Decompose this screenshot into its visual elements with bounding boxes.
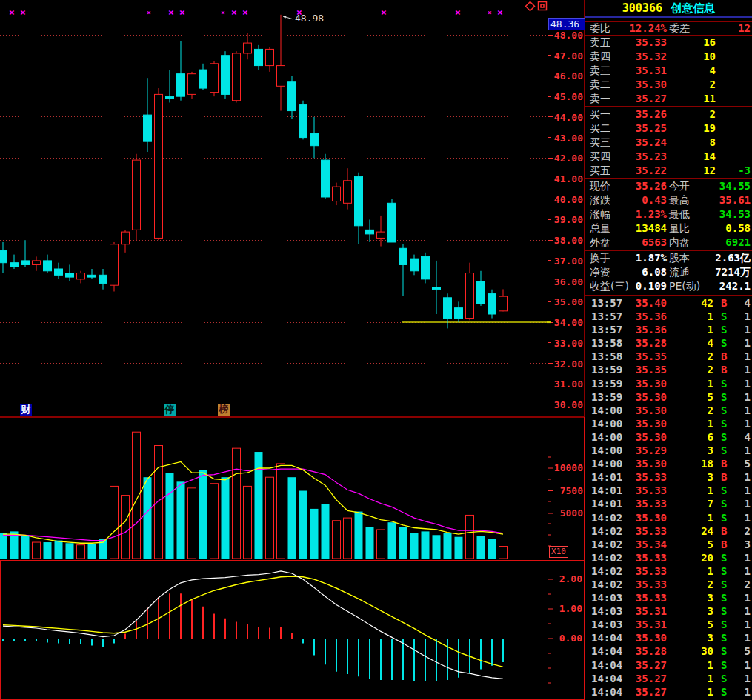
- tick-price: 35.40: [613, 296, 667, 310]
- ask-row[interactable]: 卖二35.302: [585, 78, 752, 92]
- tick-row: 14:0135.331S1: [585, 484, 752, 497]
- tick-price: 35.33: [613, 470, 667, 484]
- ask-row[interactable]: 卖四35.3210: [585, 50, 752, 64]
- order-price: 35.26: [613, 107, 667, 121]
- tick-price: 35.28: [613, 644, 667, 658]
- quote-row: 现价35.26今开34.55: [585, 179, 752, 193]
- main-candlestick-pane[interactable]: [0, 0, 547, 416]
- tick-price: 35.27: [613, 685, 667, 699]
- order-qty: 12: [665, 164, 716, 178]
- ask-row[interactable]: 卖五35.3316: [585, 36, 752, 50]
- fund-value: 242.1: [693, 279, 751, 293]
- tick-count: 4: [725, 296, 751, 310]
- quote-label: 最高: [669, 193, 690, 207]
- tick-count: 1: [725, 470, 751, 484]
- tick-count: 1: [725, 404, 751, 417]
- tick-price: 35.30: [613, 457, 667, 470]
- tick-row: 14:0035.293S1: [585, 444, 752, 457]
- macd-indicator-pane[interactable]: [0, 560, 547, 699]
- order-level-label: 卖二: [590, 78, 610, 92]
- bid-row[interactable]: 买四35.2314: [585, 150, 752, 164]
- weibi-row: 委比 12.24% 委差 12: [585, 22, 752, 35]
- peak-price-annotation: 48.98: [295, 13, 324, 24]
- tick-qty: 5: [665, 618, 713, 631]
- weicha-value: 12: [693, 22, 751, 35]
- tick-row: 13:5735.4042B4: [585, 296, 752, 310]
- quote-label: 涨跌: [590, 193, 610, 207]
- volume-pane[interactable]: [0, 417, 547, 559]
- quote-label: 量比: [669, 221, 690, 236]
- quote-label: 现价: [590, 179, 610, 193]
- tick-count: 2: [725, 578, 751, 591]
- tick-qty: 3: [665, 591, 713, 604]
- tick-count: 1: [725, 672, 751, 685]
- order-price: 35.27: [613, 92, 667, 106]
- tick-row: 14:0335.313S1: [585, 604, 752, 618]
- order-price: 35.23: [613, 150, 667, 164]
- tick-price: 35.30: [613, 390, 667, 404]
- tick-count: 1: [725, 363, 751, 376]
- tick-price: 35.30: [613, 631, 667, 644]
- quote-row: 涨幅1.23%最低34.53: [585, 207, 752, 221]
- stock-title: 300366 创意信息: [585, 0, 752, 16]
- fund-value: 2.63亿: [693, 251, 751, 265]
- tick-count: 1: [725, 631, 751, 644]
- tick-price: 35.30: [613, 404, 667, 417]
- tick-count: 1: [725, 511, 751, 524]
- tick-price: 35.31: [613, 618, 667, 631]
- tick-row: 13:5735.361S1: [585, 323, 752, 336]
- tick-qty: 5: [665, 538, 713, 551]
- tag-bang-button[interactable]: 榜: [218, 404, 230, 416]
- tag-ting-button[interactable]: 停: [164, 404, 176, 416]
- ask-row[interactable]: 卖三35.314: [585, 64, 752, 78]
- tick-qty: 1: [665, 564, 713, 578]
- tick-qty: 30: [665, 644, 713, 658]
- bid-row[interactable]: 买二35.2519: [585, 121, 752, 136]
- tick-qty: 18: [665, 457, 713, 470]
- bid-row[interactable]: 买五35.2212-3: [585, 164, 752, 178]
- tick-count: 1: [725, 591, 751, 604]
- tick-qty: 1: [665, 685, 713, 699]
- quote-label: 总量: [590, 221, 610, 236]
- order-qty: 14: [665, 150, 716, 164]
- quote-value: 1.23%: [613, 207, 667, 221]
- tick-price: 35.36: [613, 310, 667, 323]
- price-axis: [548, 0, 585, 700]
- order-price: 35.31: [613, 64, 667, 78]
- quote-summary: 现价35.26今开34.55涨跌0.43最高35.61涨幅1.23%最低34.5…: [585, 179, 752, 250]
- tick-price: 35.27: [613, 659, 667, 672]
- order-level-label: 买一: [590, 107, 610, 121]
- tick-row: 14:0435.271S1: [585, 672, 752, 685]
- order-level-label: 买五: [590, 164, 610, 178]
- tick-count: 3: [725, 538, 751, 551]
- tick-count: 1: [725, 336, 751, 350]
- tick-count: 1: [725, 497, 751, 510]
- stock-code: 300366: [622, 1, 662, 15]
- tick-count: 1: [725, 685, 751, 699]
- order-qty: 19: [665, 121, 716, 136]
- bid-row[interactable]: 买三35.248: [585, 136, 752, 150]
- bid-row[interactable]: 买一35.262: [585, 107, 752, 121]
- tick-qty: 1: [665, 310, 713, 323]
- tick-row: 14:0235.331S1: [585, 564, 752, 578]
- ask-row[interactable]: 卖一35.2711: [585, 92, 752, 106]
- tick-count: 1: [725, 484, 751, 497]
- diamond-icon[interactable]: [525, 1, 536, 15]
- order-price: 35.33: [613, 36, 667, 50]
- quote-label: 今开: [669, 179, 690, 193]
- tick-count: 1: [725, 310, 751, 323]
- order-price: 35.30: [613, 78, 667, 92]
- tick-qty: 7: [665, 497, 713, 510]
- fund-row: 收益(三)0.109PE(动)242.1: [585, 279, 752, 293]
- tick-row: 14:0035.302S1: [585, 404, 752, 417]
- tick-price: 35.33: [613, 497, 667, 510]
- order-level-label: 买二: [590, 121, 610, 136]
- restore-window-icon[interactable]: [537, 1, 548, 15]
- tag-cai-button[interactable]: 财: [20, 404, 32, 416]
- order-qty-change: -3: [717, 164, 751, 178]
- order-qty: 2: [665, 78, 716, 92]
- tick-count: 1: [725, 417, 751, 430]
- tick-row: 13:5935.352B1: [585, 363, 752, 376]
- tick-count: 1: [725, 350, 751, 363]
- tick-qty: 2: [665, 350, 713, 363]
